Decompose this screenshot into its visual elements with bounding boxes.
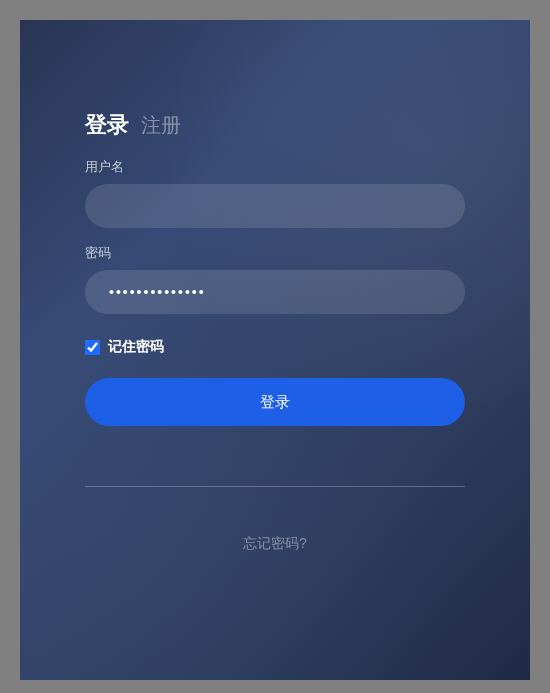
auth-tabs: 登录 注册 (85, 110, 465, 140)
tab-register[interactable]: 注册 (141, 112, 181, 139)
username-input[interactable] (85, 184, 465, 228)
tab-login[interactable]: 登录 (85, 110, 129, 140)
remember-row: 记住密码 (85, 338, 465, 356)
remember-checkbox[interactable] (85, 340, 100, 355)
remember-label: 记住密码 (108, 338, 164, 356)
password-input[interactable] (85, 270, 465, 314)
divider (85, 486, 465, 487)
login-button[interactable]: 登录 (85, 378, 465, 426)
forgot-password-link[interactable]: 忘记密码? (85, 535, 465, 553)
login-card: 登录 注册 用户名 密码 记住密码 登录 忘记密码? (20, 20, 530, 680)
password-label: 密码 (85, 244, 465, 262)
username-label: 用户名 (85, 158, 465, 176)
